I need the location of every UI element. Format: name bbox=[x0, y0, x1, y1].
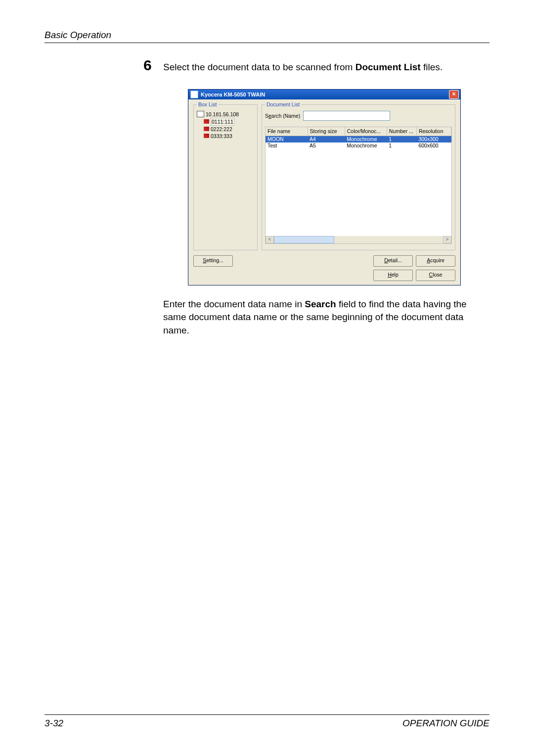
page-header: Basic Operation bbox=[44, 30, 490, 43]
guide-label: OPERATION GUIDE bbox=[402, 718, 490, 729]
scroll-left-icon[interactable]: < bbox=[266, 236, 274, 243]
app-icon bbox=[190, 91, 198, 98]
table-row[interactable]: Test A5 Monochrome 1 600x600 bbox=[266, 142, 451, 149]
document-list-panel: Document List Search (Name) bbox=[262, 104, 455, 250]
scroll-thumb[interactable] bbox=[274, 236, 334, 243]
tree-item[interactable]: 0111:111 bbox=[204, 118, 254, 126]
document-table-wrap: File name Storing size Color/Monoc... Nu… bbox=[265, 127, 452, 244]
step-text-after: files. bbox=[421, 62, 443, 72]
step-row: 6 Select the document data to be scanned… bbox=[143, 58, 490, 74]
col-resolution[interactable]: Resolution bbox=[416, 127, 451, 136]
tree-item[interactable]: 0333:333 bbox=[204, 133, 254, 140]
tree-item-label: 0333:333 bbox=[211, 133, 232, 140]
step-text-before: Select the document data to be scanned f… bbox=[163, 62, 356, 72]
col-file-name[interactable]: File name bbox=[266, 127, 308, 136]
step-number: 6 bbox=[143, 58, 163, 73]
box-icon bbox=[204, 119, 209, 124]
document-table: File name Storing size Color/Monoc... Nu… bbox=[266, 127, 451, 149]
box-icon bbox=[204, 134, 209, 138]
tree-item[interactable]: 0222:222 bbox=[204, 126, 254, 133]
box-list-legend: Box List bbox=[197, 101, 218, 107]
tree-item-label: 0111:111 bbox=[211, 118, 234, 126]
search-label: Search (Name) bbox=[265, 113, 300, 119]
col-color[interactable]: Color/Monoc... bbox=[345, 127, 387, 136]
document-list-legend: Document List bbox=[265, 101, 301, 107]
titlebar: Kyocera KM-5050 TWAIN × bbox=[188, 90, 460, 99]
acquire-button[interactable]: Acquire bbox=[416, 255, 455, 267]
page-footer: 3-32 OPERATION GUIDE bbox=[44, 714, 490, 729]
setting-button[interactable]: Setting... bbox=[193, 255, 233, 267]
close-button[interactable]: Close bbox=[416, 270, 455, 281]
close-icon[interactable]: × bbox=[449, 90, 459, 99]
search-input[interactable] bbox=[303, 111, 390, 121]
horizontal-scrollbar[interactable]: < > bbox=[266, 236, 451, 243]
tree-root-label: 10.181.56.108 bbox=[206, 111, 239, 118]
step-text-bold: Document List bbox=[356, 62, 421, 72]
page-number: 3-32 bbox=[44, 718, 63, 729]
post-dialog-text: Enter the document data name in Search f… bbox=[163, 298, 485, 337]
help-button[interactable]: Help bbox=[373, 270, 413, 281]
twain-dialog: Kyocera KM-5050 TWAIN × Box List 10.181.… bbox=[188, 89, 461, 285]
tree-root[interactable]: 10.181.56.108 bbox=[197, 111, 254, 118]
section-title: Basic Operation bbox=[44, 30, 111, 40]
detail-button[interactable]: Detail... bbox=[373, 255, 413, 267]
scroll-right-icon[interactable]: > bbox=[443, 236, 451, 243]
box-list-panel: Box List 10.181.56.108 0111:111 bbox=[193, 104, 258, 250]
dialog-title: Kyocera KM-5050 TWAIN bbox=[201, 92, 449, 97]
box-icon bbox=[204, 127, 209, 131]
scroll-track[interactable] bbox=[274, 236, 443, 243]
table-header-row: File name Storing size Color/Monoc... Nu… bbox=[266, 127, 451, 136]
device-icon bbox=[197, 111, 204, 117]
step-instruction: Select the document data to be scanned f… bbox=[163, 58, 443, 74]
col-storing-size[interactable]: Storing size bbox=[308, 127, 345, 136]
tree-item-label: 0222:222 bbox=[211, 126, 232, 133]
table-row[interactable]: MOON A4 Monochrome 1 300x300 bbox=[266, 136, 451, 142]
col-number[interactable]: Number ... bbox=[387, 127, 416, 136]
